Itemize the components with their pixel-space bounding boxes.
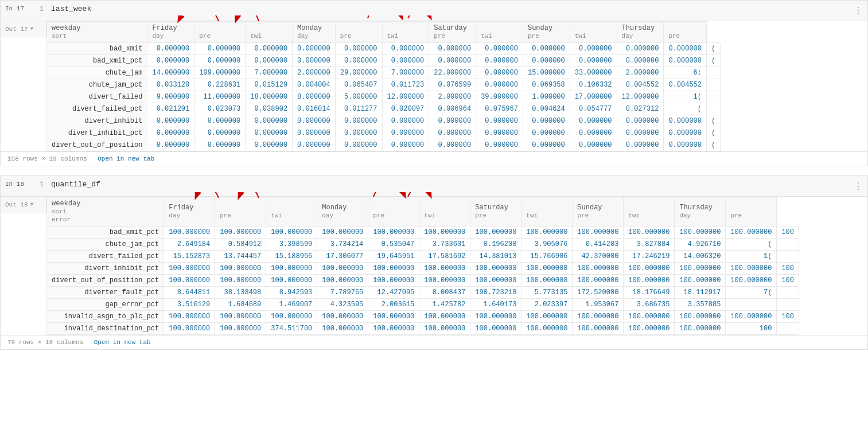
cell-value: 100.000000 <box>215 323 266 335</box>
cell-value: 8.644811 <box>164 287 215 299</box>
cell-value: 0.000000 <box>476 67 523 79</box>
more-options-17[interactable]: ⋮ <box>854 5 863 17</box>
cell-value: 100.000000 <box>419 323 470 335</box>
cell-value: 0.000000 <box>429 127 476 139</box>
cell-value: 100.000000 <box>573 323 624 335</box>
cell-value: 8.008437 <box>419 287 470 299</box>
row-label: divert_failed_pct <box>47 103 147 115</box>
output-row-17: Out 17 ▼ weekdaysort Fridayday pre twi M… <box>1 21 867 151</box>
cell-value: 0.011277 <box>335 103 382 115</box>
cell-value: 0.000000 <box>147 139 194 151</box>
cell-value: 17.246219 <box>624 251 675 263</box>
table-18: weekdaysorterror Fridayday pre twi Monda… <box>46 197 867 335</box>
cell-value: 0.000000 <box>617 115 664 127</box>
cell-value: 0.000000 <box>335 139 382 151</box>
open-tab-17[interactable]: Open in new tab <box>98 155 154 162</box>
cell-value: 0.000000 <box>429 139 476 151</box>
cell-value <box>777 299 799 311</box>
cell-value: 0.020097 <box>382 103 429 115</box>
cell-value: 100.000000 <box>624 323 675 335</box>
row-label: chute_jam_pct <box>47 79 147 91</box>
more-options-18[interactable]: ⋮ <box>854 181 863 192</box>
cell-value: 42.370000 <box>573 251 624 263</box>
cell-value: 0.054777 <box>570 103 617 115</box>
cell-value: 0.027312 <box>617 103 664 115</box>
cell-value: 0.000000 <box>147 55 194 67</box>
cell-value: 0.000000 <box>523 55 570 67</box>
cell-value <box>777 323 799 335</box>
cell-value <box>777 251 799 263</box>
cell-value: 100.000000 <box>419 311 470 323</box>
chevron-17[interactable]: ▼ <box>30 26 34 32</box>
cell-value: 100.000000 <box>164 227 215 239</box>
cell-value: 100.000000 <box>164 323 215 335</box>
cell-value: 0.038902 <box>246 103 293 115</box>
in-label-17: In 17 <box>5 4 40 12</box>
cell-value: 0.004624 <box>523 103 570 115</box>
cell-value: 100.000000 <box>266 227 317 239</box>
table-row: divert_out_of_position0.0000000.0000000.… <box>47 139 721 151</box>
cell-value <box>726 299 777 311</box>
chevron-18[interactable]: ▼ <box>30 201 34 208</box>
th-monday-pre-18: pre <box>368 197 419 227</box>
cell-value: 0.075967 <box>476 103 523 115</box>
cell-value: 0.000000 <box>570 139 617 151</box>
table-row: divert_out_of_position_pct100.000000100.… <box>47 275 799 287</box>
cell-value: 0.004004 <box>293 79 336 91</box>
cell-value: 0.000000 <box>293 55 336 67</box>
cell-value: 100.000000 <box>624 263 675 275</box>
cell-value: 100.000000 <box>317 323 368 335</box>
cell-value: 100.000000 <box>164 275 215 287</box>
data-table-17: weekdaysort Fridayday pre twi Mondayday … <box>46 21 721 151</box>
cell-value: 3.733601 <box>419 239 470 251</box>
table-row: invalid_destination_pct100.000000100.000… <box>47 323 799 335</box>
cell-value: 0.000000 <box>476 79 523 91</box>
code-18[interactable]: quantile_df <box>51 179 100 189</box>
cell-value: 100 <box>777 227 799 239</box>
row-label: bad_xmit_pct <box>47 55 147 67</box>
th-saturday-twi-18: twi <box>521 197 573 227</box>
out-label-18: Out 18 ▼ <box>1 197 46 213</box>
row-label: divert_failed_pct <box>47 251 164 263</box>
cell-value: 100.000000 <box>675 323 726 335</box>
cell-value: 100.000000 <box>164 263 215 275</box>
cell-value: 2.649184 <box>164 239 215 251</box>
cell-value: 0.000000 <box>523 115 570 127</box>
table-row: bad_xmit0.0000000.0000000.0000000.000000… <box>47 43 721 55</box>
row-label: invalid_destination_pct <box>47 323 164 335</box>
cell-value: 7( <box>726 287 777 299</box>
cell-value: 4.323595 <box>317 299 368 311</box>
cell-value: 0.106332 <box>570 79 617 91</box>
th-sunday-twi-18: twi <box>624 197 675 227</box>
cell-value: 100.000000 <box>419 263 470 275</box>
table-row: divert_inhibit_pct0.0000000.0000000.0000… <box>47 127 721 139</box>
th-friday-pre-18: pre <box>215 197 266 227</box>
cell-value: 0.000000 <box>382 127 429 139</box>
cell-value: 0.033120 <box>147 79 194 91</box>
cell-value: 0.228631 <box>194 79 246 91</box>
cell-value: 0.000000 <box>570 55 617 67</box>
cell-value: 0.000000 <box>293 43 336 55</box>
cell-value: 4.926710 <box>675 239 726 251</box>
cell-value: 0.000000 <box>335 115 382 127</box>
th-thursday-day-18: Thursdayday <box>675 197 726 227</box>
cell-value: 2.003615 <box>368 299 419 311</box>
open-tab-18[interactable]: Open in new tab <box>94 339 151 346</box>
cell-value: 2.000000 <box>429 91 476 103</box>
cell-value: 0.000000 <box>523 139 570 151</box>
code-17[interactable]: last_week <box>51 4 91 13</box>
line-num-18: 1 <box>40 179 51 189</box>
cell-value: 0.000000 <box>476 115 523 127</box>
cell-value: 100.000000 <box>573 275 624 287</box>
cell-value: 190.723218 <box>470 287 521 299</box>
cell-value: 6: <box>664 67 707 79</box>
cell-value: 1.469007 <box>266 299 317 311</box>
cell-value: 0.000000 <box>664 127 707 139</box>
th-friday-day: Fridayday <box>147 22 194 43</box>
cell-value: 0.000000 <box>570 115 617 127</box>
cell-value: 0.000000 <box>429 115 476 127</box>
cell-value: 0.000000 <box>476 43 523 55</box>
cell-value: 12.000000 <box>382 91 429 103</box>
th-thursday-pre-18: pre <box>726 197 777 227</box>
cell-value: 100.000000 <box>470 263 521 275</box>
